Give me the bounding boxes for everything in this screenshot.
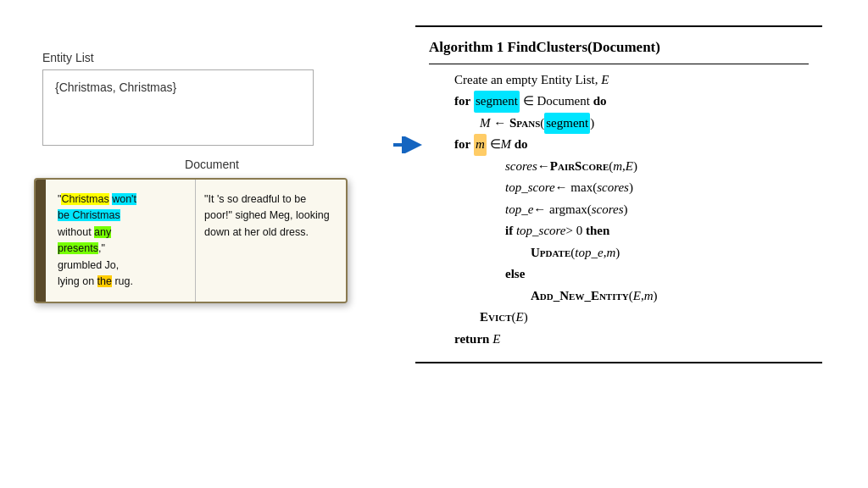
highlight-segment-1: segment (474, 91, 520, 113)
algo-line-5: scores ← PairScore(m, E) (429, 156, 809, 178)
entity-list-label: Entity List (42, 51, 94, 64)
book-right-text: "It 's so dreadful to be poor!" sighed M… (204, 193, 330, 238)
algo-title-label: Algorithm 1 FindClusters(Document) (429, 39, 660, 55)
book-illustration: "Christmas won'tbe Christmaswithout anyp… (34, 178, 348, 303)
sc-evict: Evict (480, 307, 512, 329)
algo-line-3: M ← Spans(segment) (429, 113, 809, 135)
kw-for-2: for (454, 134, 470, 156)
entity-list-box: {Christmas, Christmas} (42, 69, 314, 146)
algo-line-13: return E (429, 329, 809, 351)
kw-then: then (586, 220, 609, 242)
algo-line-6: top_score ← max(scores) (429, 177, 809, 199)
blue-arrow-icon (393, 136, 426, 153)
kw-for-1: for (454, 91, 470, 113)
sc-pairscore: PairScore (550, 156, 609, 178)
main-container: Entity List {Christmas, Christmas} Docum… (0, 0, 868, 488)
sc-addnew: Add_New_Entity (531, 286, 629, 308)
entity-list-content: {Christmas, Christmas} (55, 80, 176, 94)
algo-title: Algorithm 1 FindClusters(Document) (429, 36, 809, 64)
algo-line-12: Evict(E) (429, 307, 809, 329)
book-text-christmas: "Christmas won'tbe Christmaswithout anyp… (58, 193, 136, 287)
algo-line-8: if top_score > 0 then (429, 220, 809, 242)
algo-line-4: for m ∈ M do (429, 134, 809, 156)
kw-return: return (454, 329, 489, 351)
highlight-segment-2: segment (544, 113, 590, 135)
kw-else: else (505, 263, 525, 286)
kw-do-2: do (515, 134, 528, 156)
algo-line-9: Update(top_e, m) (429, 242, 809, 264)
highlight-m: m (474, 134, 487, 156)
right-panel: Algorithm 1 FindClusters(Document) Creat… (415, 17, 843, 471)
algo-line-10: else (429, 263, 809, 286)
kw-if: if (505, 220, 513, 242)
sc-update: Update (531, 242, 570, 264)
algo-line-11: Add_New_Entity(E, m) (429, 286, 809, 308)
book-right-page: "It 's so dreadful to be poor!" sighed M… (196, 180, 346, 302)
left-panel: Entity List {Christmas, Christmas} Docum… (25, 17, 381, 471)
kw-do-1: do (593, 91, 607, 113)
sc-spans: Spans (509, 113, 540, 135)
algo-line-2: for segment ∈ Document do (429, 91, 809, 113)
algorithm-box: Algorithm 1 FindClusters(Document) Creat… (415, 25, 822, 363)
algo-line-7: top_e ← argmax(scores) (429, 199, 809, 221)
document-label: Document (76, 158, 348, 171)
book-spine (36, 180, 46, 302)
algo-line-1: Create an empty Entity List, E (429, 69, 809, 92)
book-left-page: "Christmas won'tbe Christmaswithout anyp… (46, 180, 196, 302)
